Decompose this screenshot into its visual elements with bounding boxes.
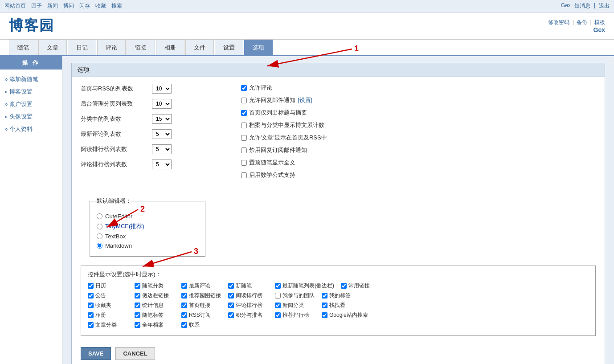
widget-find: 找找看 (322, 302, 362, 309)
widget-common-links-input[interactable] (341, 283, 347, 289)
cancel-button[interactable]: CANCEL (115, 347, 155, 360)
template-link[interactable]: 模板 (594, 19, 605, 25)
select-admin-page[interactable]: 1051520 (152, 99, 172, 109)
select-comment-rank[interactable]: 5101520 (152, 160, 172, 169)
radio-markdown-input[interactable] (97, 243, 102, 249)
widget-rss-input[interactable] (181, 312, 187, 318)
tab-album[interactable]: 相册 (156, 40, 184, 55)
settings-link[interactable]: [设置] (298, 96, 312, 104)
widget-team-label: 我参与的团队 (282, 292, 315, 299)
backup-link[interactable]: 备份 (577, 19, 587, 25)
radio-textbox-input[interactable] (97, 233, 102, 239)
widget-recent-list-input[interactable] (275, 283, 281, 289)
widget-post-category-input[interactable] (135, 283, 140, 289)
sidebar-item-blog-settings[interactable]: 博客设置 (0, 86, 62, 98)
widget-score-rank-input[interactable] (228, 312, 234, 318)
widget-read-rank-input[interactable] (228, 293, 234, 299)
widget-row-3: 收藏夹 统计信息 首页链接 评论排行榜 (88, 302, 589, 309)
sidebar-item-profile[interactable]: 个人资料 (0, 123, 62, 135)
widget-contact-input[interactable] (181, 322, 187, 328)
widget-photoalbum-input[interactable] (88, 312, 94, 318)
widget-calendar-label: 日历 (95, 282, 106, 290)
widget-notice-input[interactable] (88, 293, 94, 299)
sidebar-menu: 添加新随笔 博客设置 账户设置 头像设置 个人资料 (0, 70, 62, 139)
widget-post-tags-input[interactable] (135, 312, 140, 318)
widget-sidebar-links-input[interactable] (135, 293, 140, 299)
tab-diary[interactable]: 日记 (68, 40, 96, 55)
tab-article[interactable]: 文章 (38, 40, 67, 55)
select-home-rss[interactable]: 1051520 (152, 84, 172, 94)
widget-latest-comment-input[interactable] (181, 283, 187, 289)
select-read-rank[interactable]: 5101520 (152, 144, 172, 154)
widget-row-5: 文章分类 全年档案 联系 (88, 321, 589, 329)
checkbox-allow-comment-input[interactable] (241, 85, 247, 91)
widget-calendar: 日历 (88, 282, 128, 290)
widget-google-search-input[interactable] (322, 312, 327, 318)
radio-markdown-label: Markdown (105, 242, 132, 249)
sidebar-item-account-settings[interactable]: 账户设置 (0, 98, 62, 110)
widget-find-label: 找找看 (329, 302, 345, 309)
widget-calendar-input[interactable] (88, 283, 94, 289)
widget-sidebar-links-label: 侧边栏链接 (142, 292, 169, 299)
checkbox-home-only-title-input[interactable] (241, 110, 247, 116)
checkbox-math-support-input[interactable] (241, 172, 247, 178)
widget-team: 我参与的团队 (275, 292, 315, 299)
widget-annual-archive-input[interactable] (135, 322, 140, 328)
widget-my-tags-input[interactable] (322, 293, 327, 299)
top-message-link[interactable]: 短消息 (574, 2, 590, 10)
radio-tinymce-input[interactable] (97, 224, 102, 229)
tab-link[interactable]: 链接 (127, 40, 155, 55)
widget-favorites-input[interactable] (88, 303, 94, 308)
top-logout-link[interactable]: 退出 (599, 2, 610, 10)
checkbox-article-in-home-input[interactable] (241, 135, 247, 141)
checkbox-archive-count-input[interactable] (241, 123, 247, 128)
widget-my-tags-label: 我的标签 (329, 292, 351, 299)
widget-comment-rank-input[interactable] (228, 303, 234, 308)
form-row-admin-page: 后台管理分页列表数 1051520 (81, 99, 223, 109)
widget-comment-rank-label: 评论排行榜 (236, 302, 262, 309)
tab-settings[interactable]: 设置 (215, 40, 243, 55)
site-logo: 博客园 (9, 16, 54, 36)
tab-options[interactable]: 选项 (244, 40, 273, 55)
widget-find-input[interactable] (322, 303, 327, 308)
widget-home-link: 首页链接 (181, 302, 221, 309)
topnav-news[interactable]: 新闻 (47, 2, 58, 10)
tab-file[interactable]: 文件 (185, 40, 214, 55)
widget-new-post-input[interactable] (228, 283, 234, 289)
widget-rec-links: 推荐园图链接 (181, 292, 221, 299)
widget-news-category-input[interactable] (275, 303, 281, 308)
checkbox-allow-reply-email-input[interactable] (241, 98, 247, 103)
checkbox-archive-count: 档案与分类中显示博文累计数 (241, 121, 596, 129)
widget-stats-input[interactable] (135, 303, 140, 308)
widget-article-category-input[interactable] (88, 322, 94, 328)
label-read-rank: 阅读排行榜列表数 (81, 145, 152, 153)
widget-annual-archive-label: 全年档案 (142, 321, 164, 329)
topnav-collect[interactable]: 收藏 (95, 2, 106, 10)
topnav-search[interactable]: 搜索 (111, 2, 122, 10)
widget-row-2: 公告 侧边栏链接 推荐园图链接 阅读排行榜 (88, 292, 589, 299)
topnav-garden[interactable]: 园子 (31, 2, 42, 10)
checkbox-pinned-full-input[interactable] (241, 160, 247, 166)
checkbox-disable-sub-email-input[interactable] (241, 147, 247, 153)
radio-cuteeditor-input[interactable] (97, 213, 102, 219)
button-row: SAVE CANCEL (72, 343, 605, 364)
options-section: 选项 首页与RSS的列表数 1051520 (71, 63, 605, 364)
sidebar-item-avatar-settings[interactable]: 头像设置 (0, 110, 62, 123)
tab-comment[interactable]: 评论 (97, 40, 126, 55)
select-category-list[interactable]: 1551020 (152, 114, 172, 124)
save-button[interactable]: SAVE (81, 347, 111, 360)
widget-rec-rank-input[interactable] (275, 312, 281, 318)
options-content: 首页与RSS的列表数 1051520 后台管理分页列表数 1051520 (72, 77, 605, 190)
sidebar-item-add-post[interactable]: 添加新随笔 (0, 73, 62, 86)
topnav-ask[interactable]: 博问 (63, 2, 74, 10)
widget-team-input[interactable] (275, 293, 281, 299)
widget-rss-label: RSS订阅 (189, 311, 211, 319)
label-admin-page: 后台管理分页列表数 (81, 100, 152, 108)
widget-rec-links-input[interactable] (181, 293, 187, 299)
change-password-link[interactable]: 修改密码 (548, 19, 569, 25)
topnav-home[interactable]: 网站首页 (4, 2, 26, 10)
tab-suibi[interactable]: 随笔 (9, 40, 37, 55)
widget-home-link-input[interactable] (181, 303, 187, 308)
select-comment-list[interactable]: 5101520 (152, 129, 172, 139)
topnav-flash[interactable]: 闪存 (79, 2, 90, 10)
